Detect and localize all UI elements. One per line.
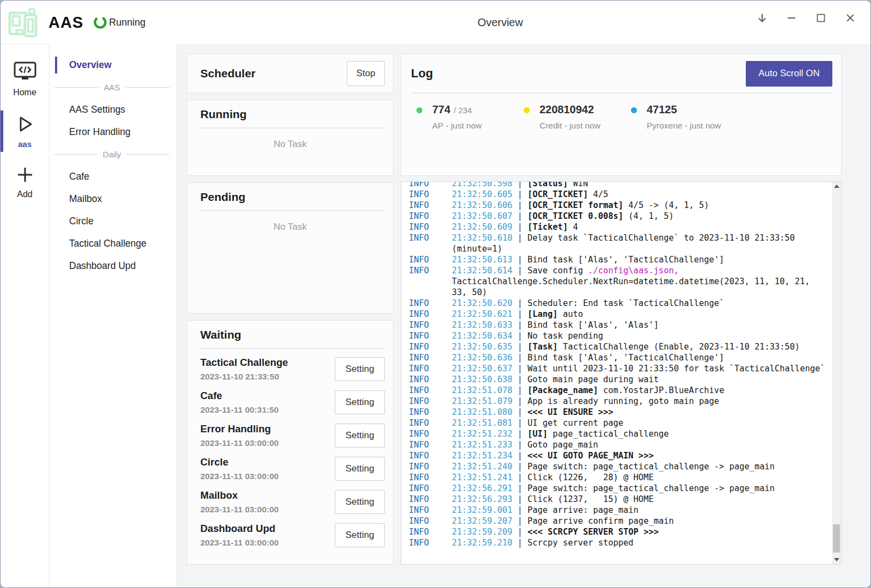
sidebar-item-tactical-challenge[interactable]: Tactical Challenge: [50, 232, 176, 255]
sidebar-item-dashboard-upd[interactable]: Dashboard Upd: [50, 255, 176, 277]
setting-button-cafe[interactable]: Setting: [335, 390, 385, 414]
rail-item-home[interactable]: Home: [1, 56, 49, 102]
auto-scroll-button[interactable]: Auto Scroll ON: [746, 61, 832, 87]
stat-dot: [416, 107, 422, 113]
log-scrollbar[interactable]: [832, 182, 841, 564]
sidebar-item-label: Circle: [69, 216, 94, 227]
log-separator: |: [512, 200, 527, 210]
divider: [200, 210, 384, 211]
log-line: INFO21:32:59.207 | Page arrive confirm p…: [409, 516, 830, 526]
setting-button-error-handling[interactable]: Setting: [335, 424, 385, 448]
log-text: [Status]: [527, 182, 568, 188]
log-separator: |: [512, 211, 527, 221]
log-timestamp: 21:32:50.637: [452, 364, 512, 373]
sidebar-item-error-handling[interactable]: Error Handling: [50, 121, 176, 143]
log-text: Click (1226, 28) @ HOME: [527, 473, 654, 482]
sidebar-nav: OverviewAASAAS SettingsError HandlingDai…: [50, 44, 177, 587]
stop-button[interactable]: Stop: [347, 61, 385, 86]
log-separator: |: [512, 320, 527, 330]
log-text: Scheduler: End task `TacticalChallenge`: [527, 298, 724, 308]
log-text: No task pending: [527, 331, 603, 341]
log-text: Scrcpy server stopped: [527, 538, 634, 548]
maximize-icon[interactable]: [806, 4, 836, 32]
stat-suffix: / 234: [453, 106, 471, 115]
stat-caption: AP - just now: [432, 121, 482, 131]
scroll-up-icon[interactable]: [832, 182, 841, 191]
rail-item-add[interactable]: Add: [1, 161, 49, 204]
log-line: INFO21:32:50.638 | Goto main page during…: [409, 374, 830, 385]
log-line: INFO21:32:51.081 | UI get current page: [409, 418, 830, 428]
scheduler-card: Scheduler Stop: [187, 54, 394, 93]
sidebar-group-label: Daily: [97, 150, 126, 159]
app-logo: [6, 7, 40, 40]
log-timestamp: 21:32:50.610: [452, 233, 512, 243]
log-timestamp: 21:32:51.233: [452, 440, 512, 450]
log-text: App is already running, goto main page: [527, 396, 719, 406]
log-separator: |: [512, 309, 527, 319]
sidebar-item-circle[interactable]: Circle: [50, 210, 176, 232]
scroll-down-icon[interactable]: [832, 555, 841, 564]
log-text: auto: [558, 309, 583, 319]
sidebar-item-mailbox[interactable]: Mailbox: [50, 188, 176, 210]
rail-item-aas[interactable]: aas: [1, 109, 49, 153]
log-separator: |: [512, 375, 527, 384]
log-separator: |: [512, 182, 527, 188]
log-separator: |: [512, 364, 527, 373]
active-indicator: [55, 57, 57, 74]
scheduler-status: Running: [93, 15, 145, 29]
log-level: INFO: [409, 537, 452, 548]
download-icon[interactable]: [747, 4, 777, 32]
log-level: INFO: [409, 298, 452, 309]
log-separator: |: [512, 451, 527, 461]
log-text: 4/5 -> (4, 1, 5): [623, 200, 709, 210]
page-title: Overview: [477, 16, 523, 29]
setting-button-mailbox[interactable]: Setting: [335, 490, 385, 514]
waiting-task-row: Error Handling2023-11-11 03:00:00Setting: [200, 419, 385, 452]
waiting-task-row: Mailbox2023-11-11 03:00:00Setting: [200, 485, 385, 518]
log-text: Click (1237, 15) @ HOME: [527, 494, 654, 504]
log-level: INFO: [409, 428, 452, 439]
log-message: 21:32:50.606 | [OCR_TICKET format] 4/5 -…: [452, 200, 830, 211]
log-card: Log Auto Scroll ON 774/ 234AP - just now…: [401, 54, 842, 176]
log-line: INFO21:32:50.607 | [OCR_TICKET 0.008s] (…: [409, 211, 830, 222]
log-separator: |: [512, 418, 527, 428]
log-message: 21:32:50.635 | [Task] TacticalChallenge …: [452, 341, 830, 352]
log-text: WIN: [568, 182, 588, 188]
stat-body: 47125Pyroxene - just now: [647, 103, 721, 131]
log-timestamp: 21:32:51.079: [452, 396, 512, 406]
app-window: AAS Running Overview HomeaasAdd: [0, 0, 871, 588]
log-text: [Task]: [527, 342, 558, 352]
setting-button-circle[interactable]: Setting: [335, 457, 385, 481]
log-line: INFO21:32:50.621 | [Lang] auto: [409, 309, 830, 320]
setting-button-dashboard-upd[interactable]: Setting: [335, 523, 385, 547]
sidebar-item-cafe[interactable]: Cafe: [50, 166, 176, 188]
sidebar-item-aas-settings[interactable]: AAS Settings: [50, 99, 176, 121]
log-separator: |: [512, 462, 527, 471]
waiting-task-info: Mailbox2023-11-11 03:00:00: [200, 489, 335, 514]
log-message: 21:32:50.621 | [Lang] auto: [452, 309, 830, 320]
log-message: 21:32:51.078 | [Package_name] com.Yostar…: [452, 385, 830, 396]
close-icon[interactable]: [836, 4, 865, 32]
sidebar-item-overview[interactable]: Overview: [50, 54, 176, 76]
log-line: INFO21:32:51.078 | [Package_name] com.Yo…: [409, 385, 830, 396]
minimize-icon[interactable]: [777, 4, 806, 32]
log-output[interactable]: INFO21:32:50.598 | [Status] WININFO21:32…: [401, 182, 832, 564]
waiting-task-row: Tactical Challenge2023-11-10 21:33:50Set…: [200, 352, 385, 385]
log-message: 21:32:50.614 | Save config ./config\aas.…: [452, 265, 830, 298]
waiting-task-info: Tactical Challenge2023-11-10 21:33:50: [200, 357, 335, 382]
setting-button-tactical-challenge[interactable]: Setting: [335, 357, 385, 381]
log-level: INFO: [409, 200, 452, 211]
log-message: 21:32:51.079 | App is already running, g…: [452, 396, 830, 407]
log-message: 21:32:50.610 | Delay task `TacticalChall…: [452, 232, 830, 254]
plus-icon: [16, 166, 34, 186]
divider-line: [54, 154, 97, 155]
log-separator: |: [512, 396, 527, 406]
rail-item-label: aas: [18, 139, 32, 149]
log-text: Wait until 2023-11-10 21:33:50 for task …: [527, 364, 825, 373]
log-message: 21:32:51.241 | Click (1226, 28) @ HOME: [452, 472, 830, 483]
log-timestamp: 21:32:50.598: [452, 182, 512, 188]
log-line: INFO21:32:56.293 | Click (1237, 15) @ HO…: [409, 494, 830, 505]
scrollbar-thumb[interactable]: [833, 524, 840, 553]
log-level: INFO: [409, 330, 452, 341]
log-text: Page switch: page_tactical_challenge -> …: [527, 462, 775, 471]
